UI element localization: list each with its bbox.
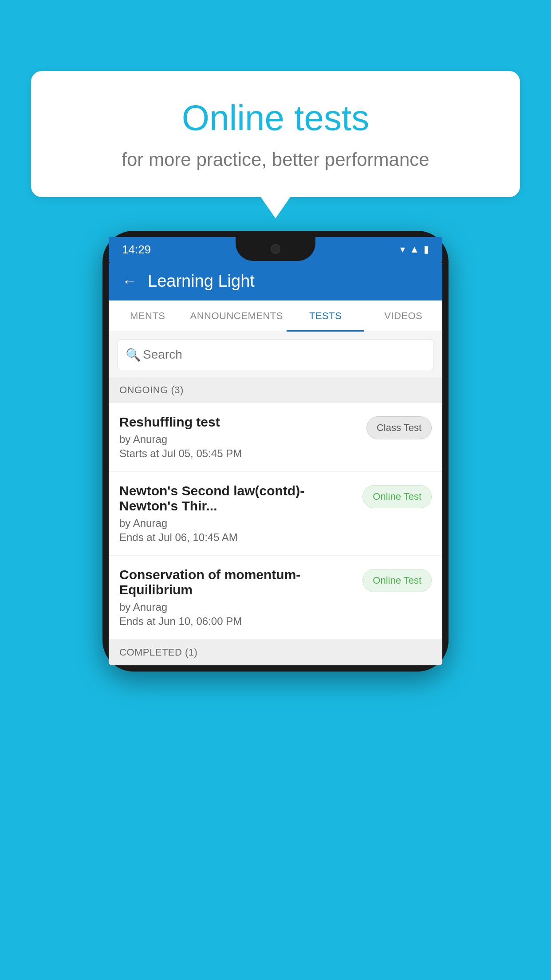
search-input[interactable] [118, 339, 433, 370]
test-item[interactable]: Newton's Second law(contd)-Newton's Thir… [109, 472, 442, 556]
speech-bubble-container: Online tests for more practice, better p… [31, 71, 520, 197]
bubble-title: Online tests [67, 98, 484, 138]
test-list: Reshuffling test by Anurag Starts at Jul… [109, 403, 442, 640]
tab-videos[interactable]: VIDEOS [364, 300, 442, 332]
test-badge-online: Online Test [362, 485, 432, 508]
test-by: by Anurag [119, 601, 355, 613]
speech-bubble: Online tests for more practice, better p… [31, 71, 520, 197]
completed-section-header: COMPLETED (1) [109, 640, 442, 665]
ongoing-section-header: ONGOING (3) [109, 377, 442, 403]
test-time: Starts at Jul 05, 05:45 PM [119, 447, 359, 460]
phone-notch [236, 237, 315, 261]
bubble-subtitle: for more practice, better performance [67, 149, 484, 170]
test-by: by Anurag [119, 433, 359, 446]
phone-container: 14:29 ▾ ▲ ▮ ← Learning Light MENTS [102, 231, 449, 672]
test-item[interactable]: Reshuffling test by Anurag Starts at Jul… [109, 403, 442, 472]
app-title: Learning Light [148, 272, 255, 291]
back-button[interactable]: ← [122, 273, 137, 290]
phone-time: 14:29 [122, 243, 151, 257]
signal-icon: ▲ [409, 244, 419, 255]
tabs-container: MENTS ANNOUNCEMENTS TESTS VIDEOS [109, 300, 442, 332]
test-badge-class: Class Test [366, 416, 432, 439]
test-time: Ends at Jul 06, 10:45 AM [119, 531, 355, 544]
test-badge-online-2: Online Test [362, 569, 432, 592]
status-bar: 14:29 ▾ ▲ ▮ [109, 237, 442, 262]
phone-frame: 14:29 ▾ ▲ ▮ ← Learning Light MENTS [102, 231, 449, 672]
app-header: ← Learning Light [109, 262, 442, 300]
test-info: Newton's Second law(contd)-Newton's Thir… [119, 483, 355, 544]
test-time: Ends at Jun 10, 06:00 PM [119, 615, 355, 628]
test-by: by Anurag [119, 517, 355, 530]
test-name: Newton's Second law(contd)-Newton's Thir… [119, 483, 355, 514]
wifi-icon: ▾ [400, 244, 405, 255]
test-name: Conservation of momentum-Equilibrium [119, 567, 355, 597]
search-wrapper: 🔍 [118, 339, 433, 370]
test-info: Reshuffling test by Anurag Starts at Jul… [119, 415, 359, 460]
test-name: Reshuffling test [119, 415, 359, 430]
camera-dot [271, 244, 280, 254]
tab-announcements[interactable]: ANNOUNCEMENTS [187, 300, 287, 332]
tab-tests[interactable]: TESTS [287, 300, 365, 332]
phone-screen: ← Learning Light MENTS ANNOUNCEMENTS TES… [109, 262, 442, 665]
test-item[interactable]: Conservation of momentum-Equilibrium by … [109, 556, 442, 640]
test-info: Conservation of momentum-Equilibrium by … [119, 567, 355, 628]
tab-ments[interactable]: MENTS [109, 300, 187, 332]
battery-icon: ▮ [424, 244, 429, 255]
status-icons: ▾ ▲ ▮ [400, 244, 429, 255]
search-container: 🔍 [109, 332, 442, 377]
search-icon: 🔍 [126, 348, 141, 362]
